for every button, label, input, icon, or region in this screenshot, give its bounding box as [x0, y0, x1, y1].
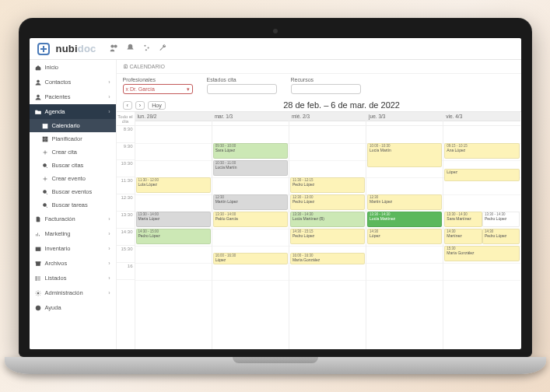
day-header: mar. 1/3 [212, 112, 289, 121]
brand-pale: doc [78, 43, 96, 54]
sidebar-item-label: Inicio [45, 64, 59, 71]
allday-label: Todo el día [117, 112, 135, 126]
users-icon[interactable] [110, 44, 118, 54]
calendar-event[interactable]: 14:30Pedro López [482, 229, 520, 244]
day-header: lun. 28/2 [135, 112, 212, 121]
sidebar-item-label: Calendario [52, 122, 80, 129]
sidebar-item-inicio[interactable]: Inicio [30, 60, 116, 75]
event-time: 09:15 - 10:15 [447, 145, 517, 149]
svg-rect-7 [43, 124, 47, 128]
sidebar-item-label: Facturación [45, 215, 75, 222]
sidebar-item-marketing[interactable]: Marketing› [30, 226, 116, 241]
user-icon [35, 79, 41, 86]
sidebar-item-calendario[interactable]: Calendario [30, 119, 116, 132]
sidebar-item-contactos[interactable]: Contactos› [30, 75, 116, 89]
sidebar-item-crear-evento[interactable]: Crear evento [30, 172, 116, 185]
calendar-event[interactable]: 12:30Martín López [367, 194, 442, 210]
hour-label: 13:30 [117, 212, 135, 229]
day-slots[interactable]: 09:30 - 10:00Sara López10:30 - 11:00Lucí… [212, 126, 289, 349]
days-grid: lun. 28/211:30 - 12:00Lola López13:30 - … [135, 112, 521, 349]
event-time: 11:30 - 12:00 [138, 179, 208, 183]
today-button[interactable]: Hoy [148, 101, 165, 110]
chevron-right-icon: › [108, 275, 110, 281]
sidebar-item-label: Crear cita [52, 149, 78, 156]
day-slots[interactable]: 09:15 - 10:15Ana LópezLópez13:30 - 14:30… [443, 126, 520, 349]
calendar-event[interactable]: 16:00 - 16:30María González [290, 253, 365, 265]
event-time: 15:30 [447, 247, 517, 251]
svg-rect-17 [36, 263, 40, 266]
list-icon [35, 275, 41, 282]
next-button[interactable]: › [135, 101, 145, 110]
event-time: 14:30 [370, 230, 440, 234]
svg-point-20 [35, 279, 36, 280]
sidebar-item-buscar-eventos[interactable]: Buscar eventos [30, 185, 116, 198]
brand: nubidoc [56, 43, 96, 54]
calendar-event[interactable]: 10:30 - 11:00Lucía Martín [213, 160, 288, 176]
filter-profesionales: Profesionales x Dr. García ▾ [123, 77, 193, 94]
day-slots[interactable]: 11:30 - 12:00Lola López13:30 - 14:00Marí… [135, 126, 212, 349]
event-time: 10:00 - 10:30 [370, 145, 440, 149]
svg-point-4 [145, 49, 147, 51]
doc-icon [35, 216, 41, 222]
sidebar-item-buscar-citas[interactable]: Buscar citas [30, 159, 116, 172]
wrench-icon[interactable] [159, 44, 167, 54]
calendar-event[interactable]: 13:30 - 14:30Lucía Martínez (B) [290, 212, 365, 227]
calendar-event[interactable]: 11:30 - 12:00Lola López [136, 177, 211, 193]
calendar-event[interactable]: 14:30 - 15:00Pedro López [136, 229, 211, 244]
calendar-event[interactable]: 09:30 - 10:00Sara López [213, 143, 288, 159]
day-column: mié. 2/311:30 - 12:15Pedro López12:30 - … [289, 112, 366, 349]
recursos-input[interactable] [291, 84, 361, 94]
event-time: 12:30 - 13:00 [293, 196, 363, 200]
day-slots[interactable]: 11:30 - 12:15Pedro López12:30 - 13:00Ped… [289, 126, 366, 349]
calendar-event[interactable]: 14:30López [367, 229, 442, 244]
sidebar-item-planificador[interactable]: Planificador [30, 132, 116, 145]
sidebar-item-buscar-tareas[interactable]: Buscar tareas [30, 198, 116, 212]
sidebar-item-label: Marketing [45, 230, 71, 237]
calendar-event[interactable]: 12:30Martín López [213, 194, 288, 210]
breadcrumb-label: CALENDARIO [129, 64, 165, 69]
calendar-event[interactable]: 13:30 - 14:00Pablo García [213, 212, 288, 227]
sidebar-item-crear-cita[interactable]: Crear cita [30, 145, 116, 159]
calendar-event[interactable]: 13:30 - 14:30Lucía Martínez [367, 212, 442, 227]
prev-button[interactable]: ‹ [123, 101, 132, 110]
event-time: 13:30 - 14:30 [370, 213, 440, 217]
main: 🗓 CALENDARIO Profesionales x Dr. García … [117, 60, 521, 349]
sidebar-item-facturación[interactable]: Facturación› [30, 212, 116, 226]
sidebar-item-listados[interactable]: Listados› [30, 271, 116, 285]
estados-input[interactable] [207, 84, 277, 94]
event-time: 12:30 [215, 196, 286, 200]
day-slots[interactable]: 10:00 - 10:30Lucía Martín12:30Martín Lóp… [366, 126, 443, 349]
sidebar-item-inventario[interactable]: Inventario› [30, 241, 116, 256]
svg-rect-9 [45, 137, 47, 139]
calendar-event[interactable]: 09:15 - 10:15Ana López [444, 143, 520, 159]
calendar-event[interactable]: 13:30 - 14:00María López [136, 212, 211, 227]
search-icon [42, 202, 48, 208]
sidebar-item-archivos[interactable]: Archivos› [30, 256, 116, 271]
chevron-right-icon: › [108, 261, 110, 266]
sliders-icon[interactable] [142, 44, 151, 54]
calendar-event[interactable]: 15:30María González [444, 246, 520, 261]
sidebar-item-agenda[interactable]: Agenda› [30, 104, 116, 119]
calendar-event[interactable]: 13:30 - 14:30Pedro López [482, 212, 520, 227]
svg-point-13 [43, 190, 46, 193]
svg-rect-8 [43, 137, 45, 139]
calendar-event[interactable]: 10:00 - 10:30Lucía Martín [367, 143, 442, 167]
day-column: mar. 1/309:30 - 10:00Sara López10:30 - 1… [212, 112, 289, 349]
sidebar-item-administración[interactable]: Administración› [30, 285, 116, 300]
bell-icon[interactable] [126, 44, 135, 54]
calendar-event[interactable]: 14:30Martínez [444, 229, 482, 244]
sidebar-item-pacientes[interactable]: Pacientes› [30, 89, 116, 104]
chevron-right-icon: › [108, 94, 110, 100]
profesionales-select[interactable]: x Dr. García ▾ [123, 84, 193, 94]
calendar-event[interactable]: 16:00 - 16:30López [213, 253, 288, 265]
calendar-event[interactable]: 11:30 - 12:15Pedro López [290, 177, 365, 193]
day-column: lun. 28/211:30 - 12:00Lola López13:30 - … [135, 112, 212, 349]
calendar-event[interactable]: 13:30 - 14:30Sara Martínez [444, 212, 482, 227]
calendar-event[interactable]: López [444, 169, 520, 181]
breadcrumb: 🗓 CALENDARIO [117, 60, 521, 74]
svg-point-5 [37, 80, 39, 82]
sidebar-item-label: Inventario [45, 245, 71, 252]
calendar-event[interactable]: 12:30 - 13:00Pedro López [290, 194, 365, 210]
calendar-event[interactable]: 14:30 - 15:15Pedro López [290, 229, 365, 244]
sidebar-item-ayuda[interactable]: ?Ayuda [30, 300, 116, 315]
